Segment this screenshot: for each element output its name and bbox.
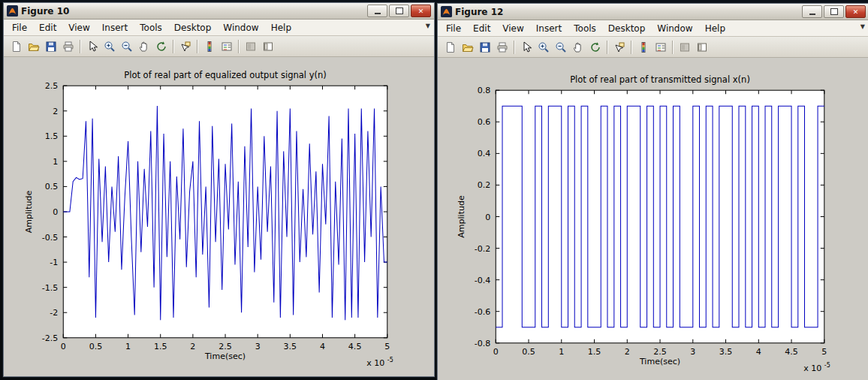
edit-plot-pointer-icon[interactable] [517, 39, 535, 56]
svg-text:5: 5 [384, 342, 390, 351]
svg-text:Plot of real part of transmitt: Plot of real part of transmitted signal … [570, 74, 750, 85]
menu-item-tools[interactable]: Tools [134, 21, 168, 35]
rotate-3d-icon[interactable] [152, 38, 170, 55]
insert-colorbar-icon[interactable] [200, 38, 218, 55]
svg-text:2: 2 [625, 347, 630, 357]
svg-text:0.6: 0.6 [478, 117, 491, 127]
toolbar-separator [631, 41, 631, 54]
menu-item-edit[interactable]: Edit [33, 21, 62, 35]
menubar: FileEditViewInsertToolsDesktopWindowHelp… [438, 20, 868, 37]
figure-toolbar [4, 36, 434, 57]
menu-item-file[interactable]: File [440, 22, 467, 35]
pan-icon[interactable] [135, 38, 152, 55]
svg-text:3: 3 [255, 342, 261, 351]
menu-item-view[interactable]: View [62, 21, 95, 35]
window-title: Figure 10 [21, 6, 367, 17]
titlebar[interactable]: Figure 12 ✕ [438, 4, 868, 20]
pan-icon[interactable] [569, 39, 586, 56]
close-button[interactable]: ✕ [845, 5, 866, 18]
toolbar-separator [672, 41, 673, 54]
insert-legend-icon[interactable] [218, 38, 235, 55]
menu-item-edit[interactable]: Edit [467, 22, 496, 35]
menu-item-help[interactable]: Help [699, 22, 731, 35]
svg-text:3.5: 3.5 [719, 347, 733, 357]
menu-item-file[interactable]: File [6, 21, 33, 35]
zoom-out-icon[interactable] [118, 38, 135, 55]
rotate-3d-icon[interactable] [586, 39, 604, 56]
data-cursor-icon[interactable] [610, 39, 628, 56]
svg-text:0: 0 [61, 342, 66, 351]
menu-item-view[interactable]: View [496, 22, 529, 35]
svg-text:0: 0 [53, 207, 58, 217]
open-folder-icon[interactable] [25, 38, 42, 55]
zoom-in-icon[interactable] [101, 38, 118, 55]
figure-toolbar [438, 37, 868, 58]
print-icon[interactable] [493, 39, 511, 56]
menu-item-help[interactable]: Help [265, 21, 297, 35]
svg-text:-1: -1 [50, 258, 58, 267]
show-plot-tools-icon[interactable] [693, 39, 710, 56]
toolbar-separator [197, 40, 197, 53]
toolbar-separator [80, 40, 80, 53]
print-icon[interactable] [59, 38, 77, 55]
menu-overflow-icon[interactable]: ▼ [860, 24, 865, 30]
plot-canvas[interactable]: 00.511.522.533.544.55-2.5-2-1.5-1-0.500.… [4, 57, 434, 376]
data-cursor-icon[interactable] [176, 38, 194, 55]
insert-legend-icon[interactable] [652, 39, 669, 56]
svg-text:2.5: 2.5 [219, 342, 232, 351]
menu-item-window[interactable]: Window [651, 22, 698, 35]
menu-overflow-icon[interactable]: ▼ [426, 23, 430, 29]
minimize-button[interactable] [802, 5, 822, 18]
svg-text:0.5: 0.5 [45, 182, 59, 192]
svg-text:4: 4 [756, 347, 761, 357]
svg-text:Amplitude: Amplitude [457, 195, 466, 238]
zoom-in-icon[interactable] [535, 39, 552, 56]
svg-text:4.5: 4.5 [785, 347, 798, 357]
window-controls: ✕ [802, 5, 866, 18]
matlab-figure-icon [441, 6, 452, 17]
toolbar-separator [238, 40, 239, 53]
close-button[interactable]: ✕ [411, 5, 431, 17]
new-document-icon[interactable] [442, 39, 459, 56]
svg-text:1.5: 1.5 [154, 342, 167, 351]
hide-plot-tools-icon[interactable] [242, 38, 259, 55]
menu-item-insert[interactable]: Insert [96, 21, 134, 35]
svg-text:Time(sec): Time(sec) [204, 351, 246, 361]
menu-item-desktop[interactable]: Desktop [602, 22, 652, 35]
titlebar[interactable]: Figure 10 ✕ [4, 3, 434, 20]
menu-item-window[interactable]: Window [217, 21, 264, 35]
toolbar-separator [607, 41, 607, 54]
svg-text:x 10 -5: x 10 -5 [366, 357, 393, 368]
open-folder-icon[interactable] [459, 39, 476, 56]
figure-canvas: 00.511.522.533.544.55-0.8-0.6-0.4-0.200.… [438, 58, 868, 380]
menu-item-tools[interactable]: Tools [568, 22, 602, 35]
zoom-out-icon[interactable] [552, 39, 569, 56]
svg-text:Plot of real part of equalized: Plot of real part of equalized output si… [124, 70, 327, 80]
show-plot-tools-icon[interactable] [259, 38, 276, 55]
svg-text:1: 1 [53, 157, 58, 167]
window-title: Figure 12 [455, 7, 802, 17]
svg-text:-0.8: -0.8 [475, 339, 491, 348]
new-document-icon[interactable] [8, 38, 25, 55]
svg-text:2: 2 [53, 107, 58, 116]
menu-item-insert[interactable]: Insert [530, 22, 568, 35]
svg-text:0.2: 0.2 [478, 180, 491, 190]
restore-button[interactable] [824, 5, 844, 18]
save-icon[interactable] [476, 39, 493, 56]
svg-text:2.5: 2.5 [45, 81, 59, 91]
window-controls: ✕ [367, 5, 431, 17]
svg-text:-0.2: -0.2 [475, 244, 491, 254]
svg-text:-2: -2 [50, 308, 58, 318]
plot-canvas[interactable]: 00.511.522.533.544.55-0.8-0.6-0.4-0.200.… [438, 58, 868, 380]
minimize-button[interactable] [367, 5, 387, 17]
svg-text:0.4: 0.4 [478, 149, 491, 158]
insert-colorbar-icon[interactable] [634, 39, 652, 56]
edit-plot-pointer-icon[interactable] [83, 38, 101, 55]
restore-button[interactable] [389, 5, 409, 17]
menubar: FileEditViewInsertToolsDesktopWindowHelp… [4, 20, 434, 36]
menu-item-desktop[interactable]: Desktop [168, 21, 218, 35]
hide-plot-tools-icon[interactable] [676, 39, 693, 56]
save-icon[interactable] [42, 38, 59, 55]
svg-text:4.5: 4.5 [348, 342, 362, 351]
svg-text:0: 0 [485, 212, 490, 222]
